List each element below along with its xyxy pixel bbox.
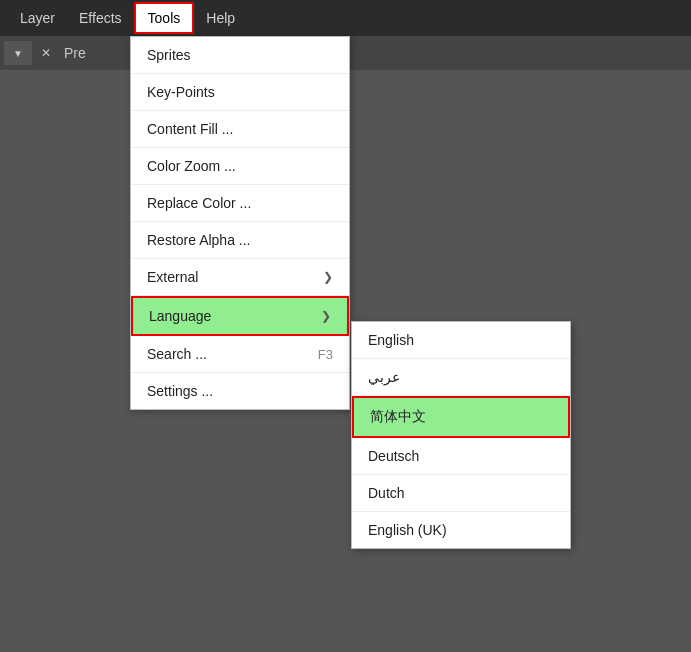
lang-option-dutch[interactable]: Dutch xyxy=(352,475,570,512)
language-arrow-icon: ❯ xyxy=(321,309,331,323)
lang-option-chinese[interactable]: 简体中文 xyxy=(352,396,570,438)
tab-close-button[interactable]: ✕ xyxy=(36,43,56,63)
menu-option-color-zoom[interactable]: Color Zoom ... xyxy=(131,148,349,185)
lang-option-english-uk[interactable]: English (UK) xyxy=(352,512,570,548)
menu-option-content-fill[interactable]: Content Fill ... xyxy=(131,111,349,148)
tools-dropdown: Sprites Key-Points Content Fill ... Colo… xyxy=(130,36,350,410)
lang-option-deutsch[interactable]: Deutsch xyxy=(352,438,570,475)
tab-label: Pre xyxy=(60,45,90,61)
menu-option-replace-color[interactable]: Replace Color ... xyxy=(131,185,349,222)
menu-option-language[interactable]: Language ❯ xyxy=(131,296,349,336)
menu-option-search[interactable]: Search ... F3 xyxy=(131,336,349,373)
menu-option-keypoints[interactable]: Key-Points xyxy=(131,74,349,111)
search-shortcut: F3 xyxy=(318,347,333,362)
menu-option-external[interactable]: External ❯ xyxy=(131,259,349,296)
menu-layer[interactable]: Layer xyxy=(8,4,67,32)
tab-dropdown-button[interactable]: ▼ xyxy=(4,41,32,65)
menu-effects[interactable]: Effects xyxy=(67,4,134,32)
menu-bar: Layer Effects Tools Help xyxy=(0,0,691,36)
menu-option-restore-alpha[interactable]: Restore Alpha ... xyxy=(131,222,349,259)
menu-help[interactable]: Help xyxy=(194,4,247,32)
menu-option-sprites[interactable]: Sprites xyxy=(131,37,349,74)
tools-primary-menu: Sprites Key-Points Content Fill ... Colo… xyxy=(130,36,350,410)
menu-option-settings[interactable]: Settings ... xyxy=(131,373,349,409)
lang-option-arabic[interactable]: عربي xyxy=(352,359,570,396)
language-submenu: English عربي 简体中文 Deutsch Dutch English … xyxy=(351,321,571,549)
external-arrow-icon: ❯ xyxy=(323,270,333,284)
menu-tools[interactable]: Tools xyxy=(134,2,195,34)
lang-option-english[interactable]: English xyxy=(352,322,570,359)
